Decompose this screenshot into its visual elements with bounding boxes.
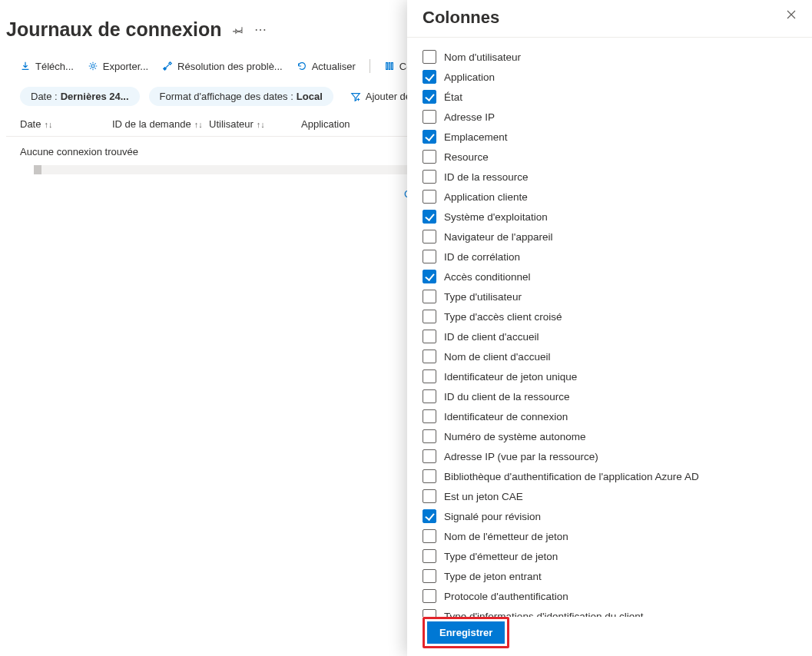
column-option-label: Emplacement xyxy=(444,131,508,143)
download-button[interactable]: Téléch... xyxy=(20,61,74,72)
column-option[interactable]: Numéro de système autonome xyxy=(423,426,812,446)
column-option[interactable]: Adresse IP (vue par la ressource) xyxy=(423,446,812,466)
checkbox[interactable] xyxy=(423,529,436,543)
column-request-id[interactable]: ID de la demande ↑↓ xyxy=(112,118,209,130)
close-button[interactable] xyxy=(784,8,798,22)
column-option[interactable]: Emplacement xyxy=(423,127,812,147)
column-option-label: Application cliente xyxy=(444,191,528,203)
panel-footer: Enregistrer xyxy=(407,617,812,656)
column-option[interactable]: Application xyxy=(423,67,812,87)
checkbox[interactable] xyxy=(423,110,436,124)
column-option[interactable]: Identificateur de connexion xyxy=(423,406,812,426)
checkbox[interactable] xyxy=(423,509,436,523)
column-option[interactable]: Nom d'utilisateur xyxy=(423,47,812,67)
column-option[interactable]: Accès conditionnel xyxy=(423,267,812,287)
column-option[interactable]: Système d'exploitation xyxy=(423,207,812,227)
checkbox[interactable] xyxy=(423,230,436,244)
column-option[interactable]: Signalé pour révision xyxy=(423,506,812,526)
checkbox[interactable] xyxy=(423,369,436,383)
column-option-label: Est un jeton CAE xyxy=(444,491,523,502)
column-option[interactable]: ID de corrélation xyxy=(423,247,812,267)
checkbox[interactable] xyxy=(423,50,436,64)
checkbox[interactable] xyxy=(423,549,436,563)
checkbox[interactable] xyxy=(423,170,436,184)
troubleshoot-button[interactable]: Résolution des problè... xyxy=(162,61,283,72)
column-option-label: Identificateur de connexion xyxy=(444,411,568,422)
checkbox[interactable] xyxy=(423,409,436,423)
checkbox[interactable] xyxy=(423,290,436,303)
column-option[interactable]: Adresse IP xyxy=(423,107,812,127)
column-option[interactable]: ID de la ressource xyxy=(423,167,812,187)
sort-icon: ↑↓ xyxy=(257,120,265,129)
checkbox[interactable] xyxy=(423,330,436,343)
checkbox[interactable] xyxy=(423,350,436,363)
column-option[interactable]: ID du client de la ressource xyxy=(423,386,812,406)
checkbox[interactable] xyxy=(423,70,436,84)
column-option[interactable]: Type d'utilisateur xyxy=(423,287,812,306)
download-icon xyxy=(20,61,31,71)
column-option[interactable]: Nom de client d'accueil xyxy=(423,346,812,366)
column-option-label: ID de la ressource xyxy=(444,171,529,183)
checkbox[interactable] xyxy=(423,469,436,483)
column-user-label: Utilisateur xyxy=(209,118,254,130)
refresh-button[interactable]: Actualiser xyxy=(297,61,356,72)
column-date-label: Date xyxy=(20,118,41,130)
checkbox[interactable] xyxy=(423,310,436,323)
export-label: Exporter... xyxy=(103,61,148,72)
sort-icon: ↑↓ xyxy=(44,120,52,129)
checkbox[interactable] xyxy=(423,190,436,204)
checkbox[interactable] xyxy=(423,429,436,443)
pin-icon[interactable] xyxy=(233,25,244,35)
column-option-label: Numéro de système autonome xyxy=(444,431,586,442)
column-user[interactable]: Utilisateur ↑↓ xyxy=(209,118,301,130)
column-option-label: Type de jeton entrant xyxy=(444,571,542,582)
checkbox[interactable] xyxy=(423,449,436,463)
filter-date[interactable]: Date : Dernières 24... xyxy=(20,87,140,106)
column-option-label: Accès conditionnel xyxy=(444,271,531,283)
column-application-label: Application xyxy=(301,118,350,130)
filter-date-label: Date : xyxy=(31,91,58,102)
checkbox[interactable] xyxy=(423,90,436,104)
close-icon xyxy=(786,9,797,20)
column-option[interactable]: ID de client d'accueil xyxy=(423,326,812,346)
columns-icon xyxy=(384,61,395,71)
column-option[interactable]: Resource xyxy=(423,147,812,167)
column-option[interactable]: Type d'accès client croisé xyxy=(423,306,812,326)
column-option-label: Bibliothèque d'authentification de l'app… xyxy=(444,471,699,482)
column-option[interactable]: Type de jeton entrant xyxy=(423,566,812,586)
column-option-label: ID du client de la ressource xyxy=(444,391,570,403)
wrench-icon xyxy=(162,61,173,71)
column-option-label: ID de corrélation xyxy=(444,251,520,263)
column-option[interactable]: Identificateur de jeton unique xyxy=(423,366,812,386)
filter-date-format[interactable]: Format d'affichage des dates : Local xyxy=(149,87,333,106)
checkbox[interactable] xyxy=(423,270,436,283)
save-highlight: Enregistrer xyxy=(423,617,509,648)
export-button[interactable]: Exporter... xyxy=(88,61,148,72)
column-option[interactable]: État xyxy=(423,87,812,107)
column-option[interactable]: Nom de l'émetteur de jeton xyxy=(423,526,812,546)
checkbox[interactable] xyxy=(423,210,436,224)
more-icon[interactable]: ⋯ xyxy=(254,22,267,37)
column-option[interactable]: Bibliothèque d'authentification de l'app… xyxy=(423,466,812,486)
filter-add-icon xyxy=(350,91,361,102)
column-date[interactable]: Date ↑↓ xyxy=(20,118,112,130)
column-option[interactable]: Navigateur de l'appareil xyxy=(423,227,812,247)
checkbox[interactable] xyxy=(423,150,436,164)
save-button[interactable]: Enregistrer xyxy=(427,621,505,644)
column-option-label: Adresse IP (vue par la ressource) xyxy=(444,451,598,462)
svg-point-0 xyxy=(91,65,94,68)
column-option-label: Signalé pour révision xyxy=(444,511,541,522)
scroll-arrow-left[interactable] xyxy=(34,165,41,174)
column-application[interactable]: Application xyxy=(301,118,393,130)
panel-body[interactable]: Nom d'utilisateurApplicationÉtatAdresse … xyxy=(407,37,812,656)
checkbox[interactable] xyxy=(423,250,436,263)
checkbox[interactable] xyxy=(423,389,436,403)
column-option[interactable]: Type d'émetteur de jeton xyxy=(423,546,812,566)
checkbox[interactable] xyxy=(423,489,436,503)
checkbox[interactable] xyxy=(423,589,436,603)
column-option[interactable]: Protocole d'authentification xyxy=(423,586,812,606)
checkbox[interactable] xyxy=(423,569,436,583)
column-option[interactable]: Est un jeton CAE xyxy=(423,486,812,506)
column-option[interactable]: Application cliente xyxy=(423,187,812,207)
checkbox[interactable] xyxy=(423,130,436,144)
